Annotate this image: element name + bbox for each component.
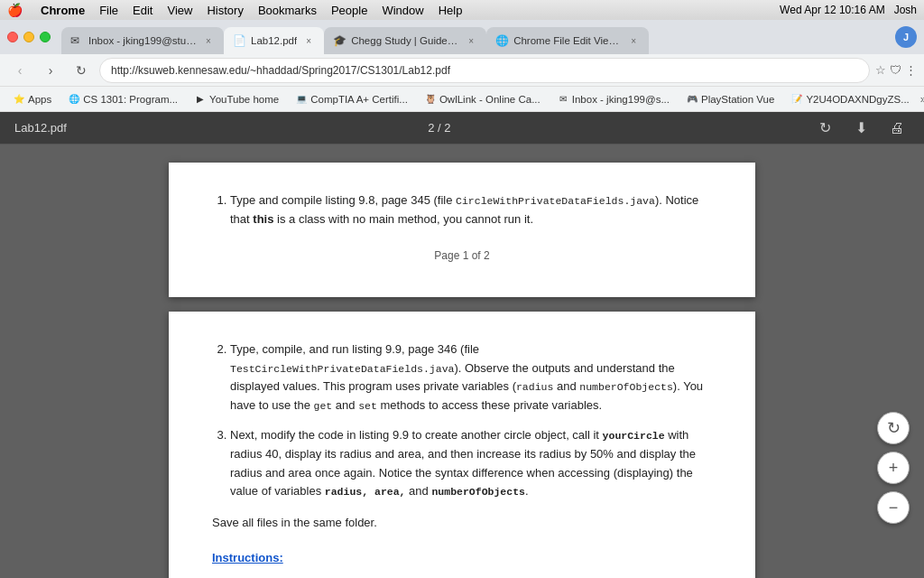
- code-num-objects-bold: numberOfObjects: [431, 486, 525, 498]
- minimize-button[interactable]: [23, 32, 34, 42]
- pdf-page-info: 2 / 2: [428, 121, 450, 135]
- bookmark-label-inbox: Inbox - jking199@s...: [572, 94, 670, 105]
- pdf-print-button[interactable]: 🖨: [884, 116, 910, 141]
- tab-chrome-history[interactable]: 🌐 Chrome File Edit View History ×: [486, 27, 649, 54]
- bookmark-label-apps: Apps: [28, 94, 51, 105]
- edit-menu[interactable]: Edit: [133, 4, 152, 17]
- tab-close-inbox[interactable]: ×: [202, 34, 215, 47]
- tab-favicon-inbox: ✉: [70, 34, 83, 47]
- bookmark-comptia[interactable]: 💻 CompTIA A+ Certifi...: [290, 91, 413, 107]
- bookmark-label-y2u4: Y2U4ODAXNDgyZS...: [806, 94, 909, 105]
- tab-favicon-chegg: 🎓: [333, 34, 346, 47]
- code-get: get: [314, 400, 333, 412]
- tab-close-lab12[interactable]: ×: [302, 34, 315, 47]
- bookmark-cs1301[interactable]: 🌐 CS 1301: Program...: [62, 91, 183, 107]
- mac-menu-bar: 🍎 Chrome File Edit View History Bookmark…: [0, 0, 924, 20]
- bookmark-label-youtube: YouTube home: [209, 94, 279, 105]
- inbox-icon: ✉: [557, 93, 569, 106]
- pdf-download-button[interactable]: ⬇: [848, 116, 873, 141]
- pdf-page-footer: Page 1 of 2: [212, 247, 712, 265]
- menubar-user: Josh: [894, 4, 917, 16]
- pdf-zoom-out-fab[interactable]: −: [877, 491, 910, 524]
- owllink-icon: 🦉: [424, 93, 437, 106]
- apple-menu[interactable]: 🍎: [7, 3, 23, 17]
- instructions-title: Instructions:: [212, 549, 712, 568]
- tab-chegg[interactable]: 🎓 Chegg Study | Guided Solutio... ×: [324, 27, 486, 54]
- back-button[interactable]: ‹: [7, 58, 32, 83]
- code-circle-file: CircleWithPrivateDataFields.java: [456, 195, 655, 207]
- tab-title-chegg: Chegg Study | Guided Solutio...: [351, 35, 459, 46]
- pdf-page-1: Type and compile listing 9.8, page 345 (…: [169, 163, 755, 297]
- extension-icon[interactable]: 🛡: [890, 63, 901, 77]
- pdf-rotate-button[interactable]: ↻: [812, 116, 837, 141]
- code-radius-bold: radius, area,: [325, 486, 406, 498]
- pdf-page-controls: 2 / 2: [67, 121, 812, 135]
- youtube-icon: ▶: [194, 93, 207, 106]
- bookmarks-more-button[interactable]: »: [920, 93, 924, 106]
- user-avatar[interactable]: J: [895, 26, 917, 48]
- address-bar: ‹ › ↻ ☆ 🛡 ⋮: [0, 54, 924, 87]
- bookmark-label-owllink: OwlLink - Online Ca...: [439, 94, 541, 105]
- pdf-title: Lab12.pdf: [14, 121, 67, 135]
- address-icons: ☆ 🛡 ⋮: [875, 63, 917, 77]
- bookmark-playstation[interactable]: 🎮 PlayStation Vue: [680, 91, 780, 107]
- tabs-bar: ✉ Inbox - jking199@students.ke... × 📄 La…: [61, 20, 892, 54]
- help-menu[interactable]: Help: [439, 4, 463, 17]
- save-text: Save all files in the same folder.: [212, 514, 712, 533]
- code-radius: radius: [516, 381, 553, 393]
- pdf-rotate-fab[interactable]: ↻: [877, 412, 910, 444]
- bookmark-apps[interactable]: ⭐ Apps: [7, 91, 57, 107]
- tab-close-chrome[interactable]: ×: [627, 34, 640, 47]
- bookmark-star-icon[interactable]: ☆: [875, 63, 886, 77]
- history-menu[interactable]: History: [207, 4, 243, 17]
- close-button[interactable]: [7, 32, 18, 42]
- bookmark-label-comptia: CompTIA A+ Certifi...: [310, 94, 408, 105]
- bookmarks-bar: ⭐ Apps 🌐 CS 1301: Program... ▶ YouTube h…: [0, 87, 924, 112]
- playstation-icon: 🎮: [686, 93, 698, 106]
- y2u4-icon: 📝: [790, 93, 803, 106]
- pdf-item-2: Type, compile, and run listing 9.9, page…: [230, 340, 712, 415]
- pdf-toolbar-icons: ↻ ⬇ 🖨: [812, 116, 910, 141]
- pdf-item-3: Next, modify the code in listing 9.9 to …: [230, 426, 712, 501]
- code-num-objects: numberOfObjects: [579, 381, 673, 393]
- pdf-zoom-in-fab[interactable]: +: [877, 452, 910, 484]
- pdf-content: Type and compile listing 9.8, page 345 (…: [0, 144, 924, 578]
- people-menu[interactable]: People: [331, 4, 367, 17]
- tab-title-lab12: Lab12.pdf: [251, 35, 297, 46]
- address-input[interactable]: [99, 58, 870, 83]
- view-menu[interactable]: View: [167, 4, 192, 17]
- tab-favicon-lab12: 📄: [233, 34, 245, 47]
- bookmark-inbox[interactable]: ✉ Inbox - jking199@s...: [551, 91, 675, 107]
- comptia-icon: 💻: [295, 93, 308, 106]
- traffic-lights: [7, 32, 51, 42]
- menubar-time: Wed Apr 12 10:16 AM: [780, 4, 885, 16]
- pdf-toolbar: Lab12.pdf 2 / 2 ↻ ⬇ 🖨: [0, 112, 924, 144]
- forward-button[interactable]: ›: [38, 58, 63, 83]
- tab-inbox[interactable]: ✉ Inbox - jking199@students.ke... ×: [61, 27, 224, 54]
- window-menu[interactable]: Window: [382, 4, 423, 17]
- code-your-circle: yourCircle: [603, 430, 665, 442]
- cs1301-icon: 🌐: [68, 93, 80, 106]
- tab-close-chegg[interactable]: ×: [465, 34, 477, 47]
- bookmark-y2u4[interactable]: 📝 Y2U4ODAXNDgyZS...: [785, 91, 914, 107]
- chrome-titlebar: ✉ Inbox - jking199@students.ke... × 📄 La…: [0, 20, 924, 54]
- tab-favicon-chrome: 🌐: [495, 34, 508, 47]
- bookmark-label-playstation: PlayStation Vue: [701, 94, 774, 105]
- apps-icon: ⭐: [13, 93, 25, 106]
- bookmark-youtube[interactable]: ▶ YouTube home: [189, 91, 284, 107]
- tab-lab12[interactable]: 📄 Lab12.pdf ×: [224, 27, 324, 54]
- bookmark-label-cs1301: CS 1301: Program...: [83, 94, 178, 105]
- app-name[interactable]: Chrome: [41, 4, 85, 17]
- reload-button[interactable]: ↻: [69, 58, 94, 83]
- bookmarks-menu[interactable]: Bookmarks: [258, 4, 317, 17]
- code-set: set: [358, 400, 377, 412]
- overflow-icon[interactable]: ⋮: [905, 63, 917, 77]
- file-menu[interactable]: File: [99, 4, 118, 17]
- fab-container: ↻ + −: [877, 412, 910, 524]
- pdf-page-2: Type, compile, and run listing 9.9, page…: [169, 312, 755, 578]
- maximize-button[interactable]: [40, 32, 51, 42]
- pdf-item-1: Type and compile listing 9.8, page 345 (…: [230, 191, 712, 229]
- tab-title-chrome: Chrome File Edit View History: [513, 35, 622, 46]
- tab-title-inbox: Inbox - jking199@students.ke...: [88, 35, 197, 46]
- bookmark-owllink[interactable]: 🦉 OwlLink - Online Ca...: [419, 91, 546, 107]
